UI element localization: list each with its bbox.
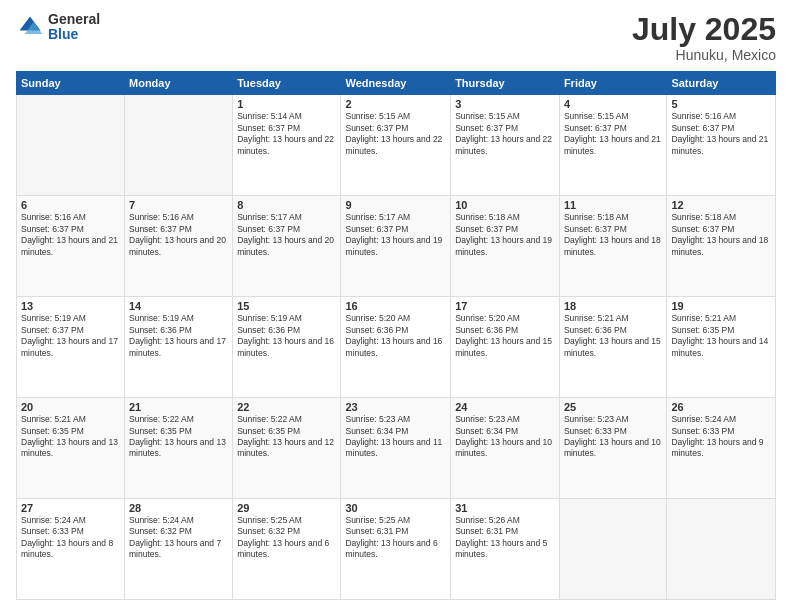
day-info: Sunrise: 5:23 AM Sunset: 6:34 PM Dayligh… [345, 414, 446, 460]
calendar-cell: 21Sunrise: 5:22 AM Sunset: 6:35 PM Dayli… [125, 398, 233, 499]
header-cell: Friday [559, 72, 666, 95]
calendar-week: 13Sunrise: 5:19 AM Sunset: 6:37 PM Dayli… [17, 297, 776, 398]
day-info: Sunrise: 5:19 AM Sunset: 6:36 PM Dayligh… [237, 313, 336, 359]
calendar-cell [17, 95, 125, 196]
day-info: Sunrise: 5:16 AM Sunset: 6:37 PM Dayligh… [671, 111, 771, 157]
day-info: Sunrise: 5:16 AM Sunset: 6:37 PM Dayligh… [129, 212, 228, 258]
header-cell: Monday [125, 72, 233, 95]
page: General Blue July 2025 Hunuku, Mexico Su… [0, 0, 792, 612]
day-number: 2 [345, 98, 446, 110]
calendar-week: 6Sunrise: 5:16 AM Sunset: 6:37 PM Daylig… [17, 196, 776, 297]
location: Hunuku, Mexico [632, 47, 776, 63]
header-cell: Tuesday [233, 72, 341, 95]
day-info: Sunrise: 5:24 AM Sunset: 6:32 PM Dayligh… [129, 515, 228, 561]
calendar-cell: 16Sunrise: 5:20 AM Sunset: 6:36 PM Dayli… [341, 297, 451, 398]
logo-general: General [48, 12, 100, 27]
logo-text: General Blue [48, 12, 100, 43]
day-number: 24 [455, 401, 555, 413]
day-number: 9 [345, 199, 446, 211]
header-cell: Thursday [451, 72, 560, 95]
calendar-cell: 31Sunrise: 5:26 AM Sunset: 6:31 PM Dayli… [451, 499, 560, 600]
calendar-cell [125, 95, 233, 196]
calendar-cell: 17Sunrise: 5:20 AM Sunset: 6:36 PM Dayli… [451, 297, 560, 398]
day-number: 23 [345, 401, 446, 413]
calendar-cell: 18Sunrise: 5:21 AM Sunset: 6:36 PM Dayli… [559, 297, 666, 398]
title-block: July 2025 Hunuku, Mexico [632, 12, 776, 63]
calendar-cell: 1Sunrise: 5:14 AM Sunset: 6:37 PM Daylig… [233, 95, 341, 196]
day-info: Sunrise: 5:24 AM Sunset: 6:33 PM Dayligh… [671, 414, 771, 460]
calendar-table: SundayMondayTuesdayWednesdayThursdayFrid… [16, 71, 776, 600]
calendar-cell: 13Sunrise: 5:19 AM Sunset: 6:37 PM Dayli… [17, 297, 125, 398]
calendar-cell: 23Sunrise: 5:23 AM Sunset: 6:34 PM Dayli… [341, 398, 451, 499]
header: General Blue July 2025 Hunuku, Mexico [16, 12, 776, 63]
day-number: 17 [455, 300, 555, 312]
day-info: Sunrise: 5:23 AM Sunset: 6:33 PM Dayligh… [564, 414, 662, 460]
day-number: 27 [21, 502, 120, 514]
header-cell: Wednesday [341, 72, 451, 95]
day-number: 1 [237, 98, 336, 110]
calendar-cell: 30Sunrise: 5:25 AM Sunset: 6:31 PM Dayli… [341, 499, 451, 600]
calendar-cell: 28Sunrise: 5:24 AM Sunset: 6:32 PM Dayli… [125, 499, 233, 600]
day-number: 21 [129, 401, 228, 413]
calendar-cell: 25Sunrise: 5:23 AM Sunset: 6:33 PM Dayli… [559, 398, 666, 499]
calendar-cell [667, 499, 776, 600]
day-info: Sunrise: 5:24 AM Sunset: 6:33 PM Dayligh… [21, 515, 120, 561]
day-number: 7 [129, 199, 228, 211]
day-number: 16 [345, 300, 446, 312]
calendar-cell: 22Sunrise: 5:22 AM Sunset: 6:35 PM Dayli… [233, 398, 341, 499]
calendar-week: 20Sunrise: 5:21 AM Sunset: 6:35 PM Dayli… [17, 398, 776, 499]
day-number: 10 [455, 199, 555, 211]
day-info: Sunrise: 5:18 AM Sunset: 6:37 PM Dayligh… [671, 212, 771, 258]
calendar-cell: 6Sunrise: 5:16 AM Sunset: 6:37 PM Daylig… [17, 196, 125, 297]
calendar-cell: 2Sunrise: 5:15 AM Sunset: 6:37 PM Daylig… [341, 95, 451, 196]
day-number: 26 [671, 401, 771, 413]
header-cell: Sunday [17, 72, 125, 95]
day-number: 30 [345, 502, 446, 514]
day-info: Sunrise: 5:19 AM Sunset: 6:36 PM Dayligh… [129, 313, 228, 359]
calendar-cell: 5Sunrise: 5:16 AM Sunset: 6:37 PM Daylig… [667, 95, 776, 196]
calendar-cell: 3Sunrise: 5:15 AM Sunset: 6:37 PM Daylig… [451, 95, 560, 196]
calendar-cell: 14Sunrise: 5:19 AM Sunset: 6:36 PM Dayli… [125, 297, 233, 398]
day-number: 3 [455, 98, 555, 110]
day-info: Sunrise: 5:18 AM Sunset: 6:37 PM Dayligh… [564, 212, 662, 258]
day-number: 20 [21, 401, 120, 413]
day-number: 4 [564, 98, 662, 110]
day-info: Sunrise: 5:26 AM Sunset: 6:31 PM Dayligh… [455, 515, 555, 561]
day-info: Sunrise: 5:20 AM Sunset: 6:36 PM Dayligh… [345, 313, 446, 359]
day-info: Sunrise: 5:14 AM Sunset: 6:37 PM Dayligh… [237, 111, 336, 157]
day-number: 8 [237, 199, 336, 211]
day-info: Sunrise: 5:15 AM Sunset: 6:37 PM Dayligh… [345, 111, 446, 157]
calendar-cell: 9Sunrise: 5:17 AM Sunset: 6:37 PM Daylig… [341, 196, 451, 297]
day-info: Sunrise: 5:17 AM Sunset: 6:37 PM Dayligh… [345, 212, 446, 258]
day-info: Sunrise: 5:21 AM Sunset: 6:35 PM Dayligh… [21, 414, 120, 460]
logo-icon [16, 13, 44, 41]
day-info: Sunrise: 5:22 AM Sunset: 6:35 PM Dayligh… [237, 414, 336, 460]
calendar-cell: 20Sunrise: 5:21 AM Sunset: 6:35 PM Dayli… [17, 398, 125, 499]
calendar-cell: 8Sunrise: 5:17 AM Sunset: 6:37 PM Daylig… [233, 196, 341, 297]
day-number: 15 [237, 300, 336, 312]
calendar-cell: 19Sunrise: 5:21 AM Sunset: 6:35 PM Dayli… [667, 297, 776, 398]
day-number: 14 [129, 300, 228, 312]
header-cell: Saturday [667, 72, 776, 95]
logo: General Blue [16, 12, 100, 43]
calendar-cell: 11Sunrise: 5:18 AM Sunset: 6:37 PM Dayli… [559, 196, 666, 297]
calendar-cell: 4Sunrise: 5:15 AM Sunset: 6:37 PM Daylig… [559, 95, 666, 196]
header-row: SundayMondayTuesdayWednesdayThursdayFrid… [17, 72, 776, 95]
day-number: 11 [564, 199, 662, 211]
day-info: Sunrise: 5:23 AM Sunset: 6:34 PM Dayligh… [455, 414, 555, 460]
day-number: 18 [564, 300, 662, 312]
calendar-cell: 26Sunrise: 5:24 AM Sunset: 6:33 PM Dayli… [667, 398, 776, 499]
calendar-cell: 24Sunrise: 5:23 AM Sunset: 6:34 PM Dayli… [451, 398, 560, 499]
logo-blue: Blue [48, 27, 100, 42]
day-info: Sunrise: 5:25 AM Sunset: 6:32 PM Dayligh… [237, 515, 336, 561]
calendar-week: 27Sunrise: 5:24 AM Sunset: 6:33 PM Dayli… [17, 499, 776, 600]
day-info: Sunrise: 5:20 AM Sunset: 6:36 PM Dayligh… [455, 313, 555, 359]
day-info: Sunrise: 5:21 AM Sunset: 6:35 PM Dayligh… [671, 313, 771, 359]
day-info: Sunrise: 5:18 AM Sunset: 6:37 PM Dayligh… [455, 212, 555, 258]
calendar-cell [559, 499, 666, 600]
day-number: 25 [564, 401, 662, 413]
day-info: Sunrise: 5:15 AM Sunset: 6:37 PM Dayligh… [564, 111, 662, 157]
calendar-cell: 15Sunrise: 5:19 AM Sunset: 6:36 PM Dayli… [233, 297, 341, 398]
month-title: July 2025 [632, 12, 776, 47]
calendar-cell: 10Sunrise: 5:18 AM Sunset: 6:37 PM Dayli… [451, 196, 560, 297]
